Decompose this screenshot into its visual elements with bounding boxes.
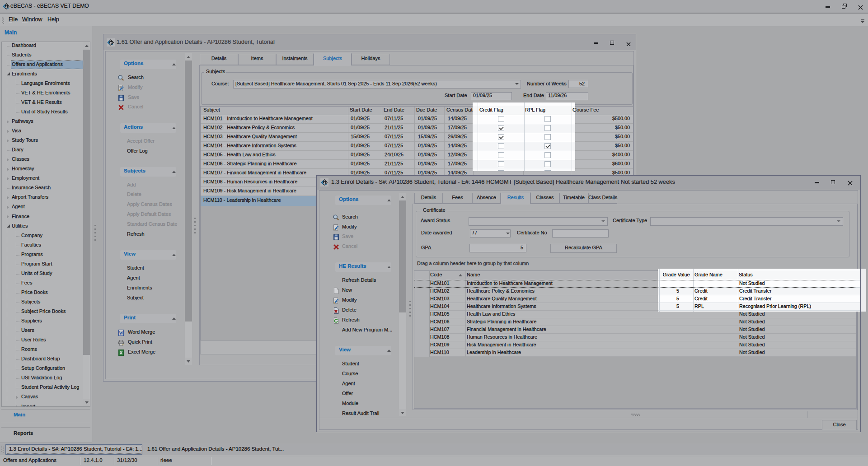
- svg-text:W: W: [119, 331, 123, 336]
